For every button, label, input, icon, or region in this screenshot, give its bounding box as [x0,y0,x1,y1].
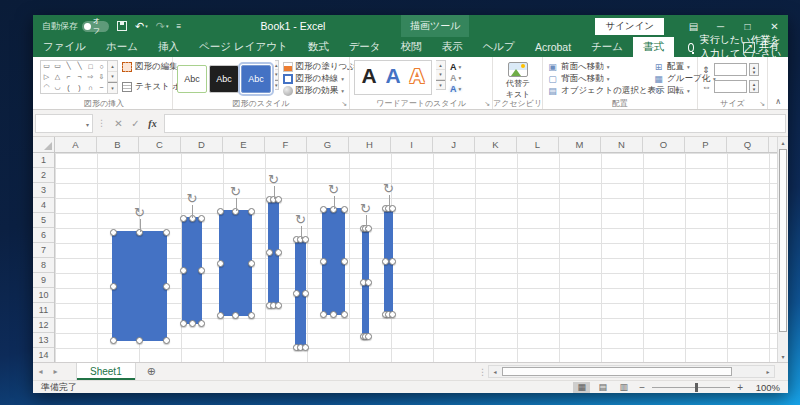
shape-gallery-item[interactable]: ⌐ [63,72,74,83]
sheet-next-button[interactable]: ▸ [48,367,63,376]
arrange-button[interactable]: ▤ オブジェクトの選択と表示 [547,85,649,97]
stepper-down-icon[interactable]: ▾ [753,87,756,92]
rotate-handle-icon[interactable]: ↻ [360,202,371,215]
selection-handle[interactable] [389,205,396,212]
wordart-text-button[interactable]: A ▾ [450,72,461,83]
vertical-scrollbar[interactable]: ▴ ▾ [777,137,788,362]
selection-handle[interactable] [293,290,300,297]
zoom-slider-thumb[interactable] [695,383,698,392]
rotate-handle-icon[interactable]: ↻ [230,185,241,198]
wordart-text-button[interactable]: A ▾ [450,61,461,72]
sheet-tab[interactable]: Sheet1 [76,363,136,380]
ribbon-tab[interactable]: 挿入 [148,37,189,57]
ribbon-tab[interactable]: 書式 [633,37,674,57]
drawn-shape[interactable]: ↻ [322,208,345,315]
selection-handle[interactable] [389,258,396,265]
view-button[interactable]: ▥ [615,382,632,393]
ribbon-tab[interactable]: 校閲 [391,37,432,57]
ribbon-tab[interactable]: チーム [581,37,633,57]
selection-handle[interactable] [365,333,372,340]
dialog-launcher-icon[interactable]: ↘ [484,100,490,108]
selection-handle[interactable] [248,208,255,215]
shape-gallery-item[interactable]: ╲ [63,61,74,72]
customize-qat-button[interactable]: ≡ [176,21,181,32]
cancel-button[interactable]: ✕ [110,118,127,129]
share-button[interactable]: ↗ 共有 [743,37,779,57]
horizontal-scrollbar[interactable]: ◂ ▸ [488,365,775,378]
selection-handle[interactable] [198,267,205,274]
dialog-launcher-icon[interactable]: ↘ [759,100,765,108]
selection-handle[interactable] [302,290,309,297]
style-up-icon[interactable]: ▴ [275,61,278,70]
wordart-style-sample[interactable]: A [381,61,405,91]
sign-in-button[interactable]: サインイン [595,18,664,35]
ribbon-tab[interactable]: ファイル [33,37,96,57]
selection-handle[interactable] [136,337,143,344]
horizontal-scrollbar-thumb[interactable] [502,367,732,376]
selection-handle[interactable] [341,311,348,318]
shape-gallery-item[interactable]: ◡ [52,82,63,93]
rotate-handle-icon[interactable]: ↻ [295,213,306,226]
wordart-style-sample[interactable]: A [357,61,381,91]
view-button[interactable]: ▦ [573,382,590,393]
selection-handle[interactable] [217,208,224,215]
selection-handle[interactable] [163,337,170,344]
arrange-button[interactable]: ▣ 前面へ移動 ▾ [547,61,649,73]
shape-gallery-item[interactable]: ▷ [41,72,52,83]
shape-gallery-item[interactable]: ⇨ [85,72,96,83]
selection-handle[interactable] [180,267,187,274]
rotate-handle-icon[interactable]: ↻ [187,192,198,205]
scroll-up-icon[interactable]: ▴ [778,139,788,146]
shape-gallery-item[interactable]: ○ [96,61,107,72]
rotate-handle-icon[interactable]: ↻ [328,183,339,196]
selection-handle[interactable] [217,312,224,319]
selection-handle[interactable] [266,249,273,256]
size-stepper[interactable]: ▴ ▾ [749,63,759,76]
rotate-handle-icon[interactable]: ↻ [134,206,145,219]
dialog-launcher-icon[interactable]: ↘ [341,100,347,108]
autosave-toggle[interactable]: 自動保存 オフ [42,20,109,33]
alt-text-button[interactable]: 代替テ キスト [497,60,539,99]
selection-handle[interactable] [320,206,327,213]
selection-handle[interactable] [110,229,117,236]
rotate-handle-icon[interactable]: ↻ [383,182,394,195]
shape-gallery-item[interactable]: ) [74,82,85,93]
shape-style-thumbnail[interactable]: Abc [241,65,271,93]
shape-gallery-item[interactable]: ⇩ [96,72,107,83]
size-input[interactable] [714,80,747,93]
selection-handle[interactable] [302,236,309,243]
style-down-icon[interactable]: ▾ [275,70,278,79]
save-icon[interactable] [117,21,127,31]
ribbon-tab[interactable]: 表示 [432,37,473,57]
zoom-out-button[interactable]: − [639,382,645,393]
drawn-shape[interactable]: ↻ [384,207,393,315]
drawn-shape[interactable]: ↻ [112,231,167,341]
shape-gallery-item[interactable]: ¬ [74,72,85,83]
view-button[interactable]: ▤ [594,382,611,393]
shape-gallery-item[interactable]: ( [63,82,74,93]
zoom-slider[interactable] [652,387,730,388]
shape-gallery-item[interactable]: ~ [96,82,107,93]
selection-handle[interactable] [389,311,396,318]
ribbon-tab[interactable]: データ [339,37,391,57]
selection-handle[interactable] [341,206,348,213]
scroll-right-icon[interactable]: ▸ [762,366,774,377]
tabbar-splitter[interactable]: ⋮ [478,367,487,377]
insert-function-button[interactable]: fx [144,118,161,129]
selection-handle[interactable] [302,344,309,351]
scroll-down-icon[interactable]: ▾ [778,353,788,360]
selection-handle[interactable] [198,320,205,327]
gallery-down-icon[interactable]: ▾ [108,72,117,83]
shape-style-thumbnail[interactable]: Abc [209,65,239,93]
rotate-handle-icon[interactable]: ↻ [268,173,279,186]
shape-gallery-item[interactable]: △ [52,72,63,83]
namebox-dropdown-icon[interactable]: ▾ [86,121,89,128]
drawn-shape[interactable]: ↻ [362,227,369,337]
selection-handle[interactable] [180,215,187,222]
selection-handle[interactable] [275,302,282,309]
wordart-more-icon[interactable]: ▾ [436,80,445,89]
selection-handle[interactable] [365,279,372,286]
gallery-more-icon[interactable]: ▾ [108,82,117,93]
name-box[interactable]: ▾ [35,114,93,133]
style-more-icon[interactable]: ▾ [275,80,278,89]
